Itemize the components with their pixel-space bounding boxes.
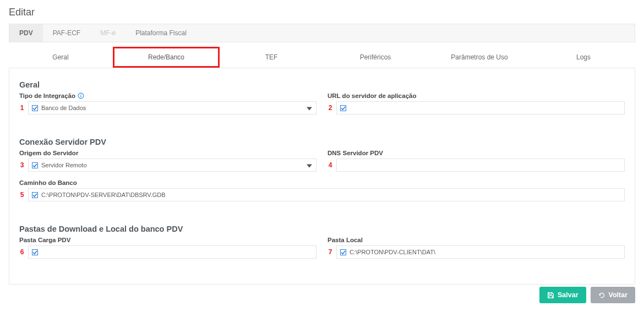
field-marker-5: 5: [19, 188, 25, 201]
back-button[interactable]: Voltar: [591, 287, 636, 303]
checkbox-icon[interactable]: [32, 192, 38, 198]
field-marker-4: 4: [328, 158, 333, 172]
back-button-label: Voltar: [609, 291, 628, 299]
field-marker-1: 1: [19, 101, 25, 114]
save-button-label: Salvar: [558, 291, 578, 299]
subtab-geral[interactable]: Geral: [9, 47, 113, 68]
page-title: Editar: [9, 7, 635, 18]
label-caminho-banco: Caminho do Banco: [19, 179, 625, 186]
field-marker-2: 2: [328, 101, 333, 114]
subtab-perifericos[interactable]: Periféricos: [324, 47, 428, 68]
undo-icon: [598, 292, 605, 299]
section-conexao-title: Conexão Servidor PDV: [19, 138, 625, 146]
svg-rect-1: [80, 95, 81, 97]
tab-pdv[interactable]: PDV: [9, 24, 43, 42]
field-marker-7: 7: [328, 245, 333, 259]
field-marker-3: 3: [19, 158, 25, 172]
save-button[interactable]: Salvar: [539, 287, 586, 303]
subtab-logs[interactable]: Logs: [532, 47, 635, 68]
pasta-local-input[interactable]: C:\PROTON\PDV-CLIENT\DAT\: [336, 245, 625, 259]
caminho-banco-input[interactable]: C:\PROTON\PDV-SERVER\DAT\DBSRV.GDB: [28, 188, 625, 201]
origem-servidor-value: Servidor Remoto: [41, 162, 304, 168]
form-panel: Geral Tipo de Integração 1 Banco de Dado…: [9, 68, 635, 285]
checkbox-icon[interactable]: [32, 162, 38, 168]
tab-paf-ecf[interactable]: PAF-ECF: [43, 24, 90, 42]
tab-mf-e: MF-e: [90, 24, 125, 42]
info-icon[interactable]: [78, 92, 84, 99]
sub-tabs: Geral Rede/Banco TEF Periféricos Parâmet…: [9, 47, 635, 68]
svg-rect-2: [80, 94, 81, 95]
label-dns-servidor: DNS Servidor PDV: [328, 150, 625, 156]
tipo-integracao-value: Banco de Dados: [41, 105, 304, 111]
section-geral-title: Geral: [19, 80, 625, 89]
section-pastas-title: Pastas de Download e Local do banco PDV: [19, 225, 625, 233]
save-icon: [547, 292, 554, 299]
pasta-local-value: C:\PROTON\PDV-CLIENT\DAT\: [350, 249, 621, 255]
tipo-integracao-select[interactable]: Banco de Dados: [28, 101, 316, 114]
tab-plataforma-fiscal[interactable]: Plataforma Fiscal: [125, 24, 197, 42]
checkbox-icon[interactable]: [32, 105, 38, 111]
pasta-carga-input[interactable]: [28, 245, 316, 259]
origem-servidor-select[interactable]: Servidor Remoto: [28, 158, 316, 172]
checkbox-icon[interactable]: [340, 249, 346, 255]
footer-actions: Salvar Voltar: [0, 285, 644, 310]
subtab-parametros[interactable]: Parâmetros de Uso: [428, 47, 532, 68]
checkbox-icon[interactable]: [32, 249, 38, 255]
label-pasta-local: Pasta Local: [328, 237, 625, 243]
field-marker-6: 6: [19, 245, 25, 259]
subtab-tef[interactable]: TEF: [220, 47, 324, 68]
label-url-servidor: URL do servidor de aplicação: [328, 92, 625, 99]
checkbox-icon[interactable]: [340, 105, 346, 111]
label-tipo-integracao: Tipo de Integração: [19, 92, 316, 99]
label-tipo-integracao-text: Tipo de Integração: [19, 92, 75, 99]
label-pasta-carga: Pasta Carga PDV: [19, 237, 316, 243]
label-origem-servidor: Origem do Servidor: [19, 150, 316, 156]
url-servidor-input[interactable]: [336, 101, 625, 114]
subtab-rede-banco[interactable]: Rede/Banco: [113, 47, 220, 68]
top-tabs: PDV PAF-ECF MF-e Plataforma Fiscal: [9, 24, 635, 42]
dns-servidor-input[interactable]: [336, 158, 625, 172]
caminho-banco-value: C:\PROTON\PDV-SERVER\DAT\DBSRV.GDB: [41, 192, 621, 198]
